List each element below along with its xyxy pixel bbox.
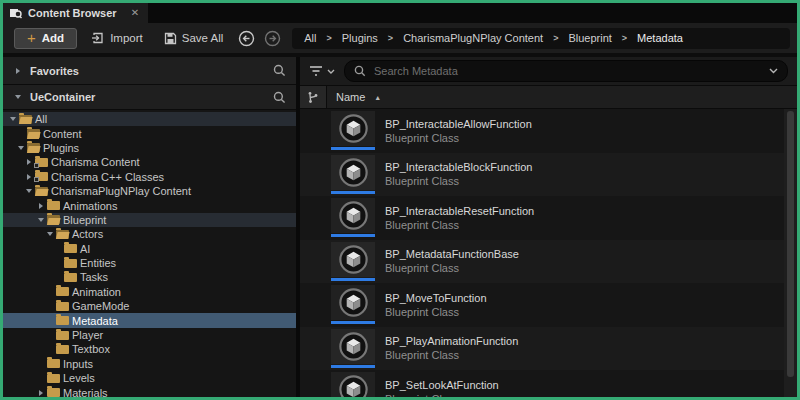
expander-icon[interactable] xyxy=(23,186,34,196)
expander-icon[interactable] xyxy=(44,229,55,239)
asset-row[interactable]: BP_InteractableBlockFunction Blueprint C… xyxy=(300,153,784,197)
breadcrumb-all[interactable]: All xyxy=(304,32,316,44)
breadcrumb: All > Plugins > CharismaPlugNPlay Conten… xyxy=(292,28,790,49)
tree-item-label: All xyxy=(35,113,47,125)
folder-icon xyxy=(64,259,77,268)
folder-icon xyxy=(47,359,60,368)
tab-content-browser[interactable]: Content Browser ✕ xyxy=(3,3,148,23)
breadcrumb-plugins[interactable]: Plugins xyxy=(342,32,378,44)
column-header-name[interactable]: Name xyxy=(336,91,365,103)
tree-item-textbox[interactable]: Textbox xyxy=(3,342,296,356)
scrollbar[interactable] xyxy=(784,109,797,397)
search-box xyxy=(344,60,788,82)
tree-item-player[interactable]: Player xyxy=(3,328,296,342)
tree-item-entities[interactable]: Entities xyxy=(3,256,296,270)
tree-item-label: Animation xyxy=(72,286,121,298)
tree-item-materials[interactable]: Materials xyxy=(3,385,296,397)
asset-row[interactable]: BP_MoveToFunction Blueprint Class xyxy=(300,283,784,327)
asset-name: BP_InteractableAllowFunction xyxy=(385,118,532,130)
tree-item-label: Entities xyxy=(80,257,116,269)
tree-item-label: Materials xyxy=(63,387,108,397)
breadcrumb-metadata[interactable]: Metadata xyxy=(637,32,683,44)
expander-spacer xyxy=(35,373,46,383)
save-all-button[interactable]: Save All xyxy=(157,32,231,45)
tree-item-levels[interactable]: Levels xyxy=(3,371,296,385)
tree-item-animations[interactable]: Animations xyxy=(3,198,296,212)
asset-type: Blueprint Class xyxy=(385,132,532,144)
back-button[interactable] xyxy=(238,30,255,47)
folder-open-icon xyxy=(56,230,69,239)
folder-icon xyxy=(56,302,69,311)
tree-item-charismaplugnplay-content[interactable]: CharismaPlugNPlay Content xyxy=(3,184,296,198)
asset-list: BP_InteractableAllowFunction Blueprint C… xyxy=(300,109,784,397)
blueprint-class-icon xyxy=(331,155,375,194)
asset-name: BP_InteractableBlockFunction xyxy=(385,161,532,173)
expander-icon[interactable] xyxy=(35,201,46,211)
asset-type: Blueprint Class xyxy=(385,219,534,231)
folder-open-icon xyxy=(35,187,48,196)
tree-item-all[interactable]: All xyxy=(3,112,296,126)
tree-item-plugins[interactable]: Plugins xyxy=(3,141,296,155)
folder-icon xyxy=(47,201,60,210)
search-icon[interactable] xyxy=(273,64,286,77)
close-icon[interactable]: ✕ xyxy=(131,8,139,18)
chevron-down-icon[interactable] xyxy=(769,68,778,74)
expander-icon[interactable] xyxy=(15,143,26,153)
tree-item-label: Plugins xyxy=(43,142,79,154)
main-area: Favorites UeContainer All Content Plugin… xyxy=(3,53,797,397)
tree-item-label: Levels xyxy=(63,372,95,384)
expander-icon[interactable] xyxy=(12,66,23,76)
folder-icon xyxy=(56,287,69,296)
favorites-section-header[interactable]: Favorites xyxy=(3,57,296,85)
asset-row[interactable]: BP_SetLookAtFunction Blueprint Class xyxy=(300,370,784,397)
content-browser-window: Content Browser ✕ + Add Import Save All xyxy=(0,0,800,400)
expander-spacer xyxy=(44,287,55,297)
blueprint-class-icon xyxy=(331,329,375,368)
tree-item-metadata[interactable]: Metadata xyxy=(3,313,296,327)
add-button[interactable]: + Add xyxy=(14,28,77,49)
expander-icon[interactable] xyxy=(12,92,23,102)
expander-icon[interactable] xyxy=(35,215,46,225)
tree-item-actors[interactable]: Actors xyxy=(3,227,296,241)
asset-row[interactable]: BP_PlayAnimationFunction Blueprint Class xyxy=(300,327,784,371)
asset-row[interactable]: BP_InteractableResetFunction Blueprint C… xyxy=(300,196,784,240)
breadcrumb-charismaplugnplay-content[interactable]: CharismaPlugNPlay Content xyxy=(403,32,543,44)
asset-type-color-bar xyxy=(331,321,375,324)
tree-item-blueprint[interactable]: Blueprint xyxy=(3,213,296,227)
asset-type: Blueprint Class xyxy=(385,393,499,397)
scrollbar-thumb[interactable] xyxy=(787,111,794,377)
tree-item-gamemode[interactable]: GameMode xyxy=(3,299,296,313)
expander-icon[interactable] xyxy=(35,388,46,397)
expander-icon[interactable] xyxy=(23,157,34,167)
expander-spacer xyxy=(15,129,26,139)
search-input[interactable] xyxy=(372,64,763,78)
forward-button[interactable] xyxy=(264,30,281,47)
hierarchy-icon[interactable] xyxy=(300,86,327,108)
tree-item-animation[interactable]: Animation xyxy=(3,285,296,299)
folder-open-icon xyxy=(27,143,40,152)
asset-type-color-bar xyxy=(331,365,375,368)
asset-row[interactable]: BP_MetadataFunctionBase Blueprint Class xyxy=(300,240,784,284)
tree-item-tasks[interactable]: Tasks xyxy=(3,270,296,284)
tree-item-charisma-cpp-classes[interactable]: Charisma C++ Classes xyxy=(3,170,296,184)
tree-item-label: Actors xyxy=(72,228,103,240)
expander-icon[interactable] xyxy=(23,172,34,182)
tree-item-inputs[interactable]: Inputs xyxy=(3,357,296,371)
sources-panel: Favorites UeContainer All Content Plugin… xyxy=(3,57,296,397)
asset-type: Blueprint Class xyxy=(385,306,487,318)
import-button[interactable]: Import xyxy=(84,31,150,45)
breadcrumb-blueprint[interactable]: Blueprint xyxy=(568,32,611,44)
expander-icon[interactable] xyxy=(7,114,18,124)
tree-item-label: Charisma C++ Classes xyxy=(51,171,164,183)
tree-item-charisma-content[interactable]: Charisma Content xyxy=(3,155,296,169)
search-icon[interactable] xyxy=(273,91,286,104)
tree-item-label: CharismaPlugNPlay Content xyxy=(51,185,191,197)
filter-button[interactable] xyxy=(309,65,335,77)
tree-item-ai[interactable]: AI xyxy=(3,242,296,256)
favorites-label: Favorites xyxy=(30,65,79,77)
uecontainer-section-header[interactable]: UeContainer xyxy=(3,85,296,110)
asset-row[interactable]: BP_InteractableAllowFunction Blueprint C… xyxy=(300,109,784,153)
tree-item-label: Content xyxy=(43,128,82,140)
tree-item-content[interactable]: Content xyxy=(3,126,296,140)
breadcrumb-separator: > xyxy=(553,33,558,43)
